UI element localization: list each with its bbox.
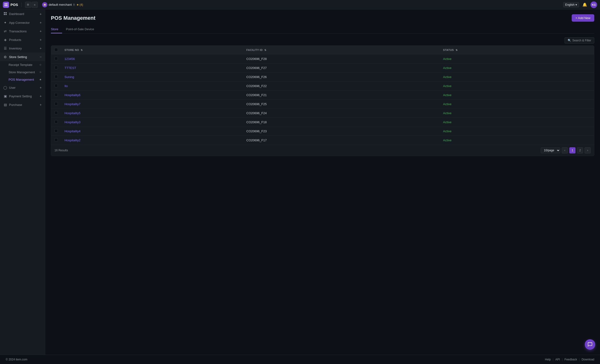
tab-store[interactable]: Store xyxy=(51,26,62,33)
sidebar-item-products[interactable]: ◈ Products + xyxy=(0,36,45,44)
sidebar-subitem-pos-management[interactable]: POS Management ★ xyxy=(0,76,45,83)
app-name: POS xyxy=(10,3,18,7)
page-1-button[interactable]: 1 xyxy=(569,147,575,153)
row-store-no-8: Hospitality4 xyxy=(61,127,243,136)
notification-button[interactable]: 🔔 xyxy=(581,1,588,8)
logo-icon xyxy=(3,2,9,8)
row-store-no-9: Hospitality2 xyxy=(61,136,243,145)
store-no-link-3[interactable]: Ilo xyxy=(65,84,68,88)
sidebar-expand-transactions[interactable]: + xyxy=(40,29,42,33)
row-checkbox-4 xyxy=(51,91,61,100)
status-badge-2: Active xyxy=(443,75,451,79)
store-no-link-4[interactable]: Hospitality6 xyxy=(65,93,80,97)
store-no-link-9[interactable]: Hospitality2 xyxy=(65,139,80,142)
row-select-checkbox-5[interactable] xyxy=(55,102,58,105)
sidebar-collapse-store-setting[interactable]: − xyxy=(40,55,42,59)
grid-view-btn[interactable]: ⊞ xyxy=(25,2,31,8)
sidebar-expand-purchase[interactable]: + xyxy=(40,103,42,107)
merchant-avatar: 🏠 xyxy=(42,2,47,7)
store-no-link-6[interactable]: Hospitality5 xyxy=(65,111,80,115)
prev-page-button[interactable]: ‹ xyxy=(562,147,568,153)
store-no-link-5[interactable]: Hospitality7 xyxy=(65,102,80,106)
app-logo[interactable]: POS xyxy=(3,2,18,8)
sidebar-expand-inventory[interactable]: + xyxy=(40,47,42,50)
row-facility-id-5: CO20696_F25 xyxy=(243,100,440,109)
star-receipt-template[interactable]: ☆ xyxy=(39,63,42,66)
language-selector[interactable]: English ▾ xyxy=(563,2,579,7)
per-page-select[interactable]: 10/page 20/page 50/page xyxy=(541,148,560,153)
sidebar-expand-payment-setting[interactable]: + xyxy=(40,94,42,98)
store-no-link-7[interactable]: Hospitality3 xyxy=(65,120,80,124)
table-footer: 16 Results 10/page 20/page 50/page ‹ 1 2… xyxy=(51,145,594,156)
store-no-link-8[interactable]: Hospitality4 xyxy=(65,130,80,133)
sidebar-subitem-store-management[interactable]: Store Management ☆ xyxy=(0,68,45,76)
status-badge-8: Active xyxy=(443,130,451,133)
sidebar-expand-user[interactable]: + xyxy=(40,86,42,89)
header-checkbox-col xyxy=(51,46,61,55)
sidebar-item-user[interactable]: ◯ User + xyxy=(0,83,45,92)
topbar-divider xyxy=(21,2,22,7)
star-store-management[interactable]: ☆ xyxy=(39,71,42,74)
store-no-link-2[interactable]: Suning xyxy=(65,75,74,79)
row-facility-id-6: CO20696_F24 xyxy=(243,109,440,118)
topbar-right: English ▾ 🔔 KG xyxy=(563,1,597,8)
footer-link-download[interactable]: Download xyxy=(582,358,594,361)
user-icon: ◯ xyxy=(3,86,7,89)
sidebar-item-purchase[interactable]: ▤ Purchase + xyxy=(0,100,45,109)
star-pos-management[interactable]: ★ xyxy=(39,78,42,81)
chevron-down-icon: ▾ xyxy=(575,3,577,6)
store-no-link-1[interactable]: TTTEST xyxy=(65,66,76,70)
main-content: POS Management + Add New Store Point-of-… xyxy=(45,9,600,355)
footer-sep-1: | xyxy=(553,358,553,361)
header-facility-id[interactable]: FACILITY ID ⇅ xyxy=(243,46,440,55)
sidebar-expand-dashboard[interactable]: + xyxy=(40,12,42,16)
list-view-btn[interactable]: ≡ xyxy=(32,2,38,8)
sidebar-item-transactions[interactable]: ⇄ Transactions + xyxy=(0,27,45,36)
next-page-button[interactable]: › xyxy=(584,147,591,153)
store-no-link-0[interactable]: 123456 xyxy=(65,57,75,61)
row-select-checkbox-3[interactable] xyxy=(55,84,58,87)
row-select-checkbox-1[interactable] xyxy=(55,66,58,69)
sidebar-item-payment-setting[interactable]: ▣ Payment Setting + xyxy=(0,92,45,100)
footer-link-help[interactable]: Help xyxy=(545,358,551,361)
row-store-no-3: Ilo xyxy=(61,82,243,91)
add-new-button[interactable]: + Add New xyxy=(572,14,594,22)
select-all-checkbox[interactable] xyxy=(55,48,58,51)
sidebar-expand-app-connector[interactable]: + xyxy=(40,21,42,25)
sidebar-item-dashboard[interactable]: Dashboard + xyxy=(0,9,45,18)
status-badge-9: Active xyxy=(443,139,451,142)
sidebar-item-app-connector[interactable]: ✦ App Connector + xyxy=(0,18,45,27)
svg-rect-1 xyxy=(6,3,7,5)
svg-rect-0 xyxy=(5,3,6,5)
sidebar-label-pos-management: POS Management xyxy=(9,78,34,81)
sidebar-item-inventory[interactable]: ☰ Inventory + xyxy=(0,44,45,53)
edit-merchant-icon[interactable]: ⎘ xyxy=(73,3,75,6)
header-store-no[interactable]: STORE NO ⇅ xyxy=(61,46,243,55)
svg-rect-2 xyxy=(5,5,6,6)
sidebar-expand-products[interactable]: + xyxy=(40,38,42,42)
star-badge[interactable]: ★ (4) xyxy=(76,3,83,6)
row-checkbox-0 xyxy=(51,55,61,64)
table-row: Hospitality4 CO20696_F23 Active xyxy=(51,127,594,136)
search-filter-button[interactable]: 🔍 Search & Filter xyxy=(564,37,594,44)
footer-link-feedback[interactable]: Feedback xyxy=(564,358,577,361)
row-select-checkbox-2[interactable] xyxy=(55,75,58,78)
sidebar-subitem-receipt-template[interactable]: Receipt Template ☆ xyxy=(0,61,45,68)
chat-fab-button[interactable] xyxy=(585,339,595,350)
header-status[interactable]: STATUS ⇅ xyxy=(440,46,594,55)
svg-rect-7 xyxy=(5,14,7,15)
transactions-icon: ⇄ xyxy=(3,29,7,33)
row-select-checkbox-4[interactable] xyxy=(55,93,58,96)
footer-link-api[interactable]: API xyxy=(555,358,560,361)
tab-point-of-sale[interactable]: Point-of-Sale Device xyxy=(62,26,98,33)
page-2-button[interactable]: 2 xyxy=(577,147,583,153)
row-select-checkbox-8[interactable] xyxy=(55,129,58,132)
row-select-checkbox-9[interactable] xyxy=(55,138,58,141)
sidebar-item-store-setting[interactable]: ⊙ Store Setting − xyxy=(0,53,45,61)
row-status-3: Active xyxy=(440,82,594,91)
row-select-checkbox-6[interactable] xyxy=(55,111,58,114)
row-select-checkbox-7[interactable] xyxy=(55,120,58,123)
user-avatar-button[interactable]: KG xyxy=(591,1,597,8)
row-checkbox-3 xyxy=(51,82,61,91)
row-select-checkbox-0[interactable] xyxy=(55,57,58,60)
